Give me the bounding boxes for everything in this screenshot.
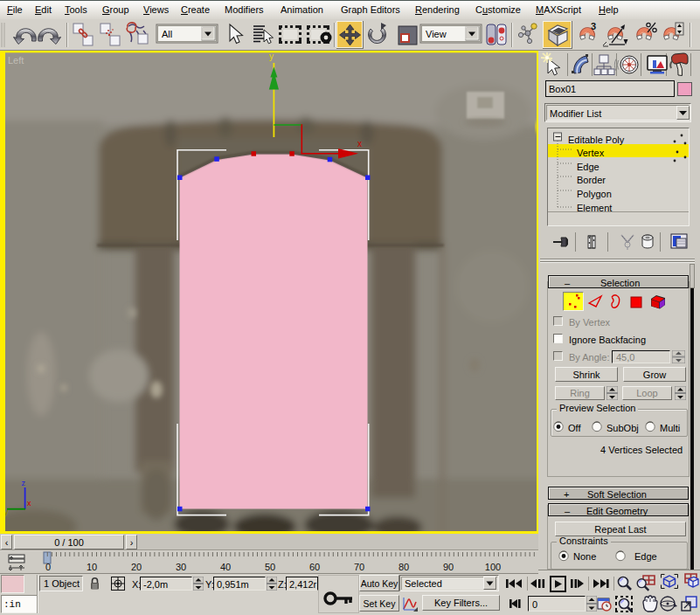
svg-text:70: 70: [354, 562, 364, 572]
svg-text:60: 60: [309, 562, 320, 572]
svg-text:3: 3: [591, 21, 596, 31]
svg-text:80: 80: [399, 562, 409, 572]
svg-text:y: y: [269, 52, 274, 61]
svg-text:x: x: [27, 499, 31, 508]
svg-text:100: 100: [485, 562, 501, 572]
svg-text:z: z: [22, 479, 26, 487]
svg-text:x: x: [357, 139, 362, 149]
svg-text:0: 0: [45, 562, 51, 572]
svg-text:50: 50: [265, 562, 275, 572]
svg-text:10: 10: [87, 562, 97, 572]
svg-text:Left: Left: [8, 55, 24, 66]
svg-text:40: 40: [220, 562, 231, 572]
svg-text:View: View: [426, 29, 447, 39]
svg-text:30: 30: [176, 562, 186, 572]
svg-text:90: 90: [443, 562, 454, 572]
svg-text:All: All: [162, 29, 172, 39]
svg-text:20: 20: [131, 562, 142, 572]
